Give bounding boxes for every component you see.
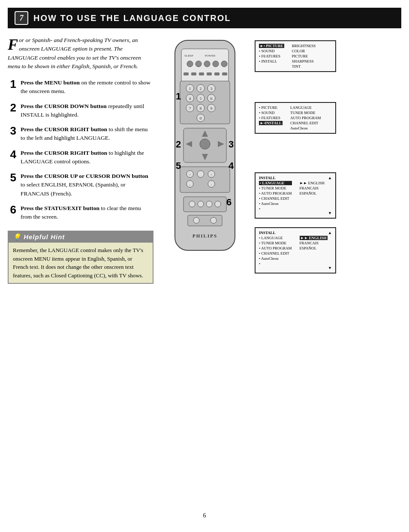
svg-point-59	[211, 217, 217, 223]
remote-area: SLEEP POWER	[162, 36, 336, 274]
tv-screen-4: INSTALL ▲ LANGUAGE TUNER MODE AUTO PROGR…	[255, 227, 336, 274]
svg-point-4	[187, 61, 193, 67]
drop-cap: F	[8, 37, 18, 52]
svg-rect-10	[191, 72, 196, 75]
step-6-number: 6	[8, 204, 16, 215]
step-2: 2 Press the CURSOR DOWN button repeatedl…	[8, 102, 153, 120]
svg-text:2: 2	[176, 139, 181, 150]
remote-control-svg: SLEEP POWER	[162, 36, 248, 259]
svg-rect-11	[199, 72, 204, 75]
svg-text:5: 5	[176, 160, 181, 171]
svg-text:+: +	[211, 173, 212, 177]
hint-body: Remember, the LANGUAGE control makes onl…	[9, 243, 153, 283]
svg-text:9: 9	[211, 106, 213, 111]
svg-point-7	[213, 61, 219, 67]
step-3-number: 3	[8, 125, 16, 136]
header-title: How to Use the Language Control	[33, 13, 231, 23]
right-column: SLEEP POWER	[162, 36, 401, 284]
svg-text:5: 5	[200, 96, 202, 101]
svg-rect-13	[214, 72, 220, 75]
header-icon: 7	[15, 11, 28, 25]
svg-point-58	[193, 217, 199, 223]
main-content: For or Spanish- and French-speaking TV o…	[0, 28, 409, 292]
tv-screen-3: INSTALL ▲ • LANGUAGE TUNER MODE AUTO PRO…	[255, 172, 336, 219]
svg-point-56	[215, 201, 221, 207]
svg-text:SLEEP: SLEEP	[184, 54, 193, 57]
hint-title: 💡 Helpful Hint	[9, 231, 153, 243]
svg-text:4: 4	[189, 96, 191, 101]
svg-point-6	[204, 61, 210, 67]
tv-screen-2: PICTURE SOUND FEATURES ►•INSTALL LANGUAG…	[255, 102, 336, 134]
svg-point-55	[206, 201, 212, 207]
step-6: 6 Press the STATUS/EXIT button to clear …	[8, 204, 153, 222]
remote-wrapper: SLEEP POWER	[162, 36, 248, 261]
svg-text:1: 1	[189, 87, 191, 91]
svg-text:2: 2	[200, 87, 202, 91]
svg-text:6: 6	[226, 197, 232, 207]
svg-text:7: 7	[189, 106, 191, 111]
svg-text:0: 0	[200, 116, 202, 120]
svg-text:3: 3	[211, 87, 213, 91]
svg-text:3: 3	[229, 139, 234, 150]
hint-box: 💡 Helpful Hint Remember, the LANGUAGE co…	[8, 231, 153, 284]
svg-rect-42	[180, 167, 230, 192]
steps-list: 1 Press the MENU button on the remote co…	[8, 78, 153, 221]
svg-rect-9	[183, 72, 189, 75]
step-5-number: 5	[8, 172, 16, 183]
svg-text:+: +	[189, 173, 191, 177]
svg-rect-12	[207, 72, 212, 75]
svg-rect-57	[188, 215, 222, 226]
step-3-text: Press the CURSOR RIGHT button to shift t…	[21, 125, 153, 143]
screens-column: PICTURE SOUND FEATURES INSTALL BRIGHTNES…	[255, 36, 336, 274]
step-5-text: Press the CURSOR UP or CURSOR DOWN butto…	[21, 172, 153, 198]
step-4-number: 4	[8, 149, 16, 160]
page-number: 6	[203, 512, 206, 519]
svg-point-53	[189, 201, 195, 207]
svg-point-8	[221, 61, 227, 67]
step-2-text: Press the CURSOR DOWN button repeatedly …	[21, 102, 153, 120]
step-1-number: 1	[8, 78, 16, 90]
svg-point-5	[195, 61, 201, 67]
step-1-text: Press the MENU button on the remote cont…	[21, 78, 153, 96]
svg-text:6: 6	[211, 96, 213, 101]
step-4: 4 Press the CURSOR RIGHT button to highl…	[8, 149, 153, 166]
page-header: 7 How to Use the Language Control	[8, 8, 401, 28]
left-column: For or Spanish- and French-speaking TV o…	[8, 36, 153, 284]
svg-point-41	[200, 139, 210, 149]
svg-text:POWER: POWER	[205, 54, 216, 57]
svg-text:4: 4	[229, 160, 234, 171]
svg-text:8: 8	[200, 106, 202, 111]
svg-rect-14	[222, 72, 227, 75]
tv-screen-1: PICTURE SOUND FEATURES INSTALL BRIGHTNES…	[255, 40, 336, 72]
step-4-text: Press the CURSOR RIGHT button to highlig…	[21, 149, 153, 166]
step-2-number: 2	[8, 102, 16, 113]
svg-point-45	[197, 171, 204, 177]
step-1: 1 Press the MENU button on the remote co…	[8, 78, 153, 96]
svg-text:1: 1	[176, 91, 181, 102]
svg-text:PHILIPS: PHILIPS	[192, 233, 217, 238]
intro-paragraph: For or Spanish- and French-speaking TV o…	[8, 36, 153, 71]
step-6-text: Press the STATUS/EXIT button to clear th…	[21, 204, 153, 222]
svg-point-54	[198, 201, 204, 207]
step-5: 5 Press the CURSOR UP or CURSOR DOWN but…	[8, 172, 153, 198]
step-3: 3 Press the CURSOR RIGHT button to shift…	[8, 125, 153, 143]
